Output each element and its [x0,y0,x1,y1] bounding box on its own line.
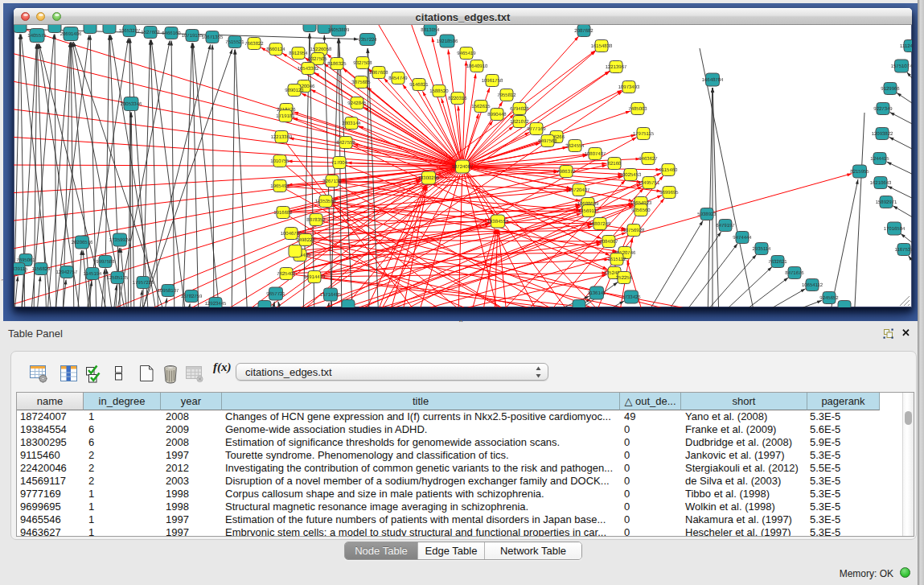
graph-edge-black[interactable] [828,179,858,307]
delete-table-button[interactable] [184,362,205,385]
dropdown-arrows-icon [535,365,542,379]
graph-node[interactable] [258,301,271,308]
graph-node[interactable] [342,300,355,308]
new-column-button[interactable] [136,362,157,385]
graph-node-label: 18807249 [589,221,611,227]
column-header-name[interactable]: name [17,393,84,410]
table-row[interactable]: 969969511998Structural magnetic resonanc… [17,501,904,513]
graph-edge-black[interactable] [138,49,232,307]
tab-node-table[interactable]: Node Table [345,542,418,559]
graph-edge-black[interactable] [661,232,721,307]
graph-node-label: 2867608 [369,70,388,76]
graph-edge-black[interactable] [171,40,175,307]
graph-edge-black[interactable] [232,49,235,307]
graph-node-label: 15226058 [310,47,332,52]
graph-edge-black[interactable] [331,38,339,307]
graph-edge-black[interactable] [730,278,788,307]
column-header-title[interactable]: title [222,393,620,410]
graph-node[interactable] [289,245,302,257]
cell: 1 [84,513,161,526]
tab-edge-table[interactable]: Edge Table [418,542,485,559]
graph-node[interactable] [303,25,316,32]
graph-edge-black[interactable] [765,300,822,307]
table-row[interactable]: 1456911722003Disruption of a novel membe… [17,475,904,488]
column-header-in_degree[interactable]: in_degree [84,393,161,410]
edge-arrowhead-icon [302,93,306,97]
table-row[interactable]: 977716911998Corpus callosum shape and si… [17,488,904,501]
close-panel-icon[interactable]: ✕ [901,327,910,339]
vertical-scrollbar[interactable] [902,393,914,536]
cell: 5.9E-5 [807,436,880,449]
graph-edge-black[interactable] [183,43,192,307]
graph-node-label: 16782759 [181,294,203,299]
graph-edge-black[interactable] [130,38,149,307]
graph-edge-black[interactable] [678,244,737,307]
graph-edge-black[interactable] [713,266,772,307]
graph-node[interactable] [48,25,61,33]
window-titlebar[interactable]: citations_edges.txt [14,8,912,25]
tab-network-table[interactable]: Network Table [485,542,581,559]
edge-arrowhead-icon [278,302,281,307]
table-row[interactable]: 1830029562008Estimation of significance … [17,436,904,449]
graph-node-label: 20053346 [121,101,142,107]
memory-status-icon[interactable] [900,567,910,578]
column-header-out_de[interactable]: △ out_de... [620,393,681,410]
graph-edge-black[interactable] [115,40,170,307]
table-selector-dropdown[interactable]: citations_edges.txt [236,363,548,381]
table-mode-button[interactable] [28,362,49,385]
row-height-button[interactable] [108,362,129,385]
graph-node-label: 11124735 [900,43,912,49]
show-columns-button[interactable] [58,362,79,385]
graph-node[interactable] [573,300,585,308]
table-panel-body: f(x) citations_edges.txt namein_degreeye… [10,351,917,540]
graph-edge-red[interactable] [403,84,458,161]
graph-node-label: 17975115 [633,131,655,137]
cell: Yano et al. (2008) [681,410,807,423]
graph-edge-black[interactable] [235,49,248,307]
table-row[interactable]: 946362711997Embryonic stem cells: a mode… [17,526,904,537]
scrollbar-thumb[interactable] [905,411,912,425]
edge-arrowhead-icon [619,301,624,305]
column-header-pagerank[interactable]: pagerank [807,393,880,410]
graph-edge-black[interactable] [748,289,806,307]
graph-edge-red[interactable] [14,165,455,167]
cell: 0 [620,526,681,537]
table-row[interactable]: 946554611997Estimation of the future num… [17,513,904,526]
graph-edge-black[interactable] [131,112,134,307]
table-panel-title: Table Panel [8,328,63,340]
graph-node[interactable] [14,25,27,33]
network-canvas[interactable]: 1405571206914061065328715276026466160107… [14,25,912,307]
edge-arrowhead-icon [856,179,859,184]
graph-node-label: 9245652 [819,295,839,301]
function-builder-button[interactable]: f(x) [213,360,234,383]
graph-node[interactable] [838,301,851,308]
cell: Changes of HCN gene expression and I(f) … [222,410,620,423]
cytoscape-app: ⌃ citations_edges.txt 140557120691406106… [0,0,924,585]
graph-node[interactable] [103,25,116,34]
graph-node-label: 16543382 [298,66,319,72]
graph-edge-red[interactable] [346,165,617,274]
graph-node[interactable] [84,25,97,34]
table-row[interactable]: 911546021997Tourette syndrome. Phenomeno… [17,449,904,462]
cell: 5.6E-5 [807,423,880,436]
graph-edge-black[interactable] [708,88,713,307]
select-columns-button[interactable] [84,362,105,385]
graph-edge-black[interactable] [111,35,158,307]
table-row[interactable]: 2242004622012Investigating the contribut… [17,462,904,475]
graph-node-label: 20691406 [60,31,82,37]
table-row[interactable]: 1938455462009Genome-wide association stu… [17,423,904,436]
float-window-icon[interactable] [883,328,893,339]
graph-edge-black[interactable] [700,48,756,307]
resize-grip-icon[interactable] [899,295,910,307]
column-header-year[interactable]: year [161,393,222,410]
table-row[interactable]: 1872400712008Changes of HCN gene express… [17,410,904,423]
table-panel-header: Table Panel ✕ [0,321,918,346]
edge-arrowhead-icon [888,186,893,189]
table-settings-icon [28,362,49,385]
graph-edge-red[interactable] [363,107,456,163]
delete-column-button[interactable] [160,362,181,385]
dropdown-value: citations_edges.txt [245,366,332,378]
column-header-short[interactable]: short [681,393,807,410]
graph-edge-black[interactable] [643,220,703,307]
graph-edge-black[interactable] [854,113,864,307]
